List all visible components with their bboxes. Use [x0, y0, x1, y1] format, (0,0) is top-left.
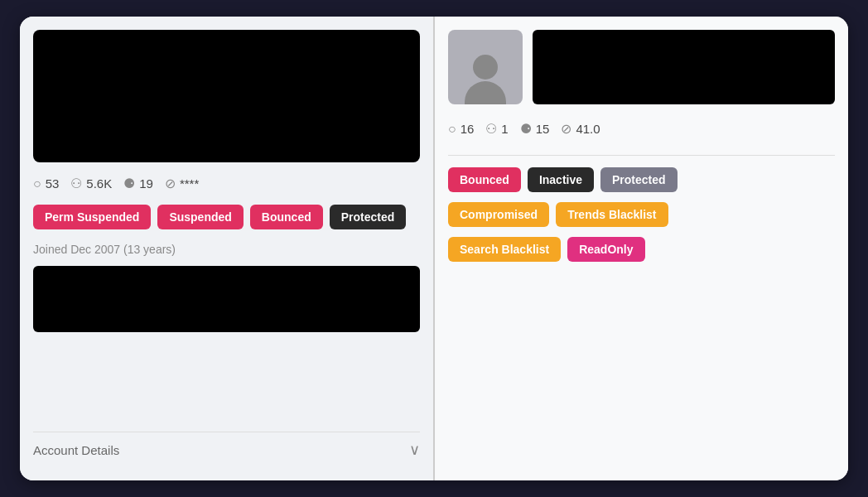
divider-1 — [448, 155, 835, 156]
comment-count: 53 — [46, 176, 60, 191]
right-info-image — [533, 30, 835, 104]
right-tags-row3: Search Blacklist ReadOnly — [448, 237, 835, 262]
chevron-down-icon: ∨ — [409, 441, 420, 459]
tag-bounced-left[interactable]: Bounced — [250, 205, 323, 229]
score-value: **** — [180, 176, 199, 191]
right-followers-stat: ⚇ 1 — [485, 121, 508, 137]
tag-trends-blacklist[interactable]: Trends Blacklist — [556, 202, 668, 227]
right-followers-count: 1 — [501, 122, 508, 136]
tag-bounced-right[interactable]: Bounced — [448, 167, 521, 192]
right-comment-stat: ○ 16 — [448, 122, 474, 137]
following-icon: ⚈ — [123, 176, 135, 191]
left-tags: Perm Suspended Suspended Bounced Protect… — [33, 205, 420, 229]
right-followers-icon: ⚇ — [485, 121, 497, 137]
avatar-head — [473, 55, 498, 80]
tag-protected-right[interactable]: Protected — [600, 167, 678, 192]
right-tags-row1: Bounced Inactive Protected — [448, 167, 835, 192]
tag-suspended[interactable]: Suspended — [157, 205, 243, 229]
account-details-row[interactable]: Account Details ∨ — [33, 432, 420, 467]
stats-row-right: ○ 16 ⚇ 1 ⚈ 15 ⊘ 41.0 — [448, 114, 835, 143]
avatar — [448, 30, 523, 104]
stats-row-left: ○ 53 ⚇ 5.6K ⚈ 19 ⊘ **** — [33, 172, 420, 195]
right-following-icon: ⚈ — [520, 121, 532, 137]
left-panel: ○ 53 ⚇ 5.6K ⚈ 19 ⊘ **** Perm Suspended S… — [20, 17, 435, 480]
following-stat: ⚈ 19 — [123, 176, 153, 191]
tag-perm-suspended[interactable]: Perm Suspended — [33, 205, 151, 229]
right-comment-count: 16 — [461, 122, 475, 136]
bio-box — [33, 266, 420, 332]
followers-count: 5.6K — [86, 176, 112, 191]
right-panel: ○ 16 ⚇ 1 ⚈ 15 ⊘ 41.0 Bounced Inactive Pr… — [435, 17, 848, 480]
comment-icon: ○ — [33, 176, 41, 191]
tag-readonly[interactable]: ReadOnly — [567, 237, 644, 262]
tag-search-blacklist[interactable]: Search Blacklist — [448, 237, 561, 262]
tag-inactive[interactable]: Inactive — [528, 167, 594, 192]
comment-stat: ○ 53 — [33, 176, 59, 191]
right-tags-row2: Compromised Trends Blacklist — [448, 202, 835, 227]
joined-text: Joined Dec 2007 (13 years) — [33, 243, 420, 256]
banner-image — [33, 30, 420, 162]
tag-protected-left[interactable]: Protected — [330, 205, 407, 229]
avatar-silhouette — [456, 42, 514, 104]
right-top-section — [448, 30, 835, 104]
following-count: 19 — [139, 176, 153, 191]
followers-icon: ⚇ — [70, 176, 82, 191]
right-score-icon: ⊘ — [561, 121, 571, 137]
score-icon: ⊘ — [165, 176, 176, 191]
right-score-stat: ⊘ 41.0 — [561, 121, 600, 137]
followers-stat: ⚇ 5.6K — [70, 176, 112, 191]
score-stat: ⊘ **** — [165, 176, 199, 191]
account-details-label: Account Details — [33, 443, 119, 457]
avatar-body — [465, 81, 506, 104]
main-container: ○ 53 ⚇ 5.6K ⚈ 19 ⊘ **** Perm Suspended S… — [20, 17, 848, 480]
right-following-count: 15 — [536, 122, 550, 136]
tag-compromised[interactable]: Compromised — [448, 202, 549, 227]
right-score-value: 41.0 — [576, 122, 600, 136]
right-comment-icon: ○ — [448, 122, 456, 137]
right-following-stat: ⚈ 15 — [520, 121, 550, 137]
